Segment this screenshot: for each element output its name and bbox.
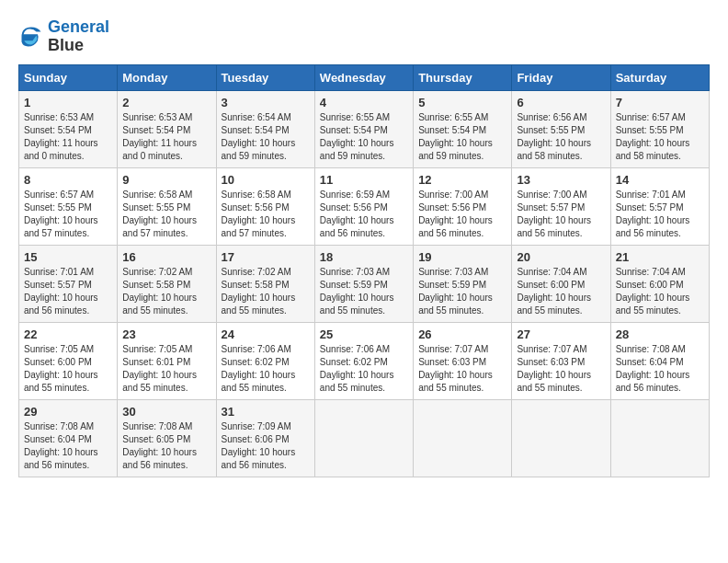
day-info: Sunrise: 7:08 AM Sunset: 6:04 PM Dayligh… [24, 420, 112, 472]
day-info: Sunrise: 7:04 AM Sunset: 6:00 PM Dayligh… [616, 266, 704, 317]
day-number: 25 [320, 327, 408, 341]
calendar-cell: 6 Sunrise: 6:56 AM Sunset: 5:55 PM Dayli… [512, 90, 610, 167]
calendar-cell: 3 Sunrise: 6:54 AM Sunset: 5:54 PM Dayli… [216, 90, 314, 167]
weekday-header-thursday: Thursday [414, 64, 512, 90]
calendar-cell: 8 Sunrise: 6:57 AM Sunset: 5:55 PM Dayli… [19, 167, 118, 245]
calendar-cell: 30 Sunrise: 7:08 AM Sunset: 6:05 PM Dayl… [118, 399, 216, 477]
day-info: Sunrise: 6:58 AM Sunset: 5:56 PM Dayligh… [222, 189, 310, 240]
day-info: Sunrise: 7:04 AM Sunset: 6:00 PM Dayligh… [517, 266, 605, 317]
day-info: Sunrise: 6:54 AM Sunset: 5:54 PM Dayligh… [222, 111, 310, 163]
weekday-header-saturday: Saturday [610, 64, 709, 90]
day-number: 30 [122, 405, 210, 419]
day-info: Sunrise: 7:03 AM Sunset: 5:59 PM Dayligh… [320, 266, 408, 317]
day-info: Sunrise: 7:08 AM Sunset: 6:05 PM Dayligh… [122, 420, 210, 472]
day-number: 17 [222, 250, 310, 264]
calendar-cell: 29 Sunrise: 7:08 AM Sunset: 6:04 PM Dayl… [19, 399, 118, 477]
calendar-cell: 23 Sunrise: 7:05 AM Sunset: 6:01 PM Dayl… [118, 322, 216, 399]
logo-icon [18, 24, 44, 50]
day-info: Sunrise: 7:06 AM Sunset: 6:02 PM Dayligh… [222, 343, 310, 395]
weekday-header-tuesday: Tuesday [216, 64, 314, 90]
day-number: 2 [122, 96, 210, 109]
day-number: 12 [418, 173, 506, 187]
day-number: 27 [517, 327, 605, 341]
calendar-cell: 4 Sunrise: 6:55 AM Sunset: 5:54 PM Dayli… [314, 90, 413, 167]
calendar-cell [512, 399, 610, 477]
calendar-cell: 15 Sunrise: 7:01 AM Sunset: 5:57 PM Dayl… [19, 245, 118, 322]
calendar-cell: 14 Sunrise: 7:01 AM Sunset: 5:57 PM Dayl… [610, 167, 709, 245]
day-number: 5 [418, 96, 506, 109]
calendar-cell: 24 Sunrise: 7:06 AM Sunset: 6:02 PM Dayl… [216, 322, 314, 399]
day-info: Sunrise: 7:09 AM Sunset: 6:06 PM Dayligh… [222, 420, 310, 472]
day-info: Sunrise: 6:53 AM Sunset: 5:54 PM Dayligh… [122, 111, 210, 163]
calendar-cell: 20 Sunrise: 7:04 AM Sunset: 6:00 PM Dayl… [512, 245, 610, 322]
calendar-table: SundayMondayTuesdayWednesdayThursdayFrid… [18, 64, 710, 477]
calendar-cell: 11 Sunrise: 6:59 AM Sunset: 5:56 PM Dayl… [314, 167, 413, 245]
week-row-1: 1 Sunrise: 6:53 AM Sunset: 5:54 PM Dayli… [19, 90, 710, 167]
calendar-cell: 7 Sunrise: 6:57 AM Sunset: 5:55 PM Dayli… [610, 90, 709, 167]
day-info: Sunrise: 7:01 AM Sunset: 5:57 PM Dayligh… [24, 266, 112, 317]
day-info: Sunrise: 6:55 AM Sunset: 5:54 PM Dayligh… [418, 111, 506, 163]
day-number: 9 [122, 173, 210, 187]
weekday-header-sunday: Sunday [19, 64, 118, 90]
day-number: 4 [320, 96, 408, 109]
day-number: 1 [24, 96, 112, 109]
calendar-cell [414, 399, 512, 477]
calendar-cell: 27 Sunrise: 7:07 AM Sunset: 6:03 PM Dayl… [512, 322, 610, 399]
day-info: Sunrise: 7:08 AM Sunset: 6:04 PM Dayligh… [616, 343, 704, 395]
day-number: 6 [517, 96, 605, 109]
day-info: Sunrise: 7:05 AM Sunset: 6:00 PM Dayligh… [24, 343, 112, 395]
calendar-cell [610, 399, 709, 477]
logo: General Blue [18, 18, 109, 55]
day-number: 18 [320, 250, 408, 264]
calendar-cell: 21 Sunrise: 7:04 AM Sunset: 6:00 PM Dayl… [610, 245, 709, 322]
day-number: 23 [122, 327, 210, 341]
day-number: 3 [222, 96, 310, 109]
week-row-5: 29 Sunrise: 7:08 AM Sunset: 6:04 PM Dayl… [19, 399, 710, 477]
calendar-cell: 16 Sunrise: 7:02 AM Sunset: 5:58 PM Dayl… [118, 245, 216, 322]
calendar-cell: 22 Sunrise: 7:05 AM Sunset: 6:00 PM Dayl… [19, 322, 118, 399]
week-row-3: 15 Sunrise: 7:01 AM Sunset: 5:57 PM Dayl… [19, 245, 710, 322]
calendar-cell: 19 Sunrise: 7:03 AM Sunset: 5:59 PM Dayl… [414, 245, 512, 322]
day-info: Sunrise: 7:07 AM Sunset: 6:03 PM Dayligh… [418, 343, 506, 395]
day-number: 7 [616, 96, 704, 109]
day-info: Sunrise: 7:00 AM Sunset: 5:56 PM Dayligh… [418, 189, 506, 240]
day-info: Sunrise: 6:56 AM Sunset: 5:55 PM Dayligh… [517, 111, 605, 163]
calendar-cell: 18 Sunrise: 7:03 AM Sunset: 5:59 PM Dayl… [314, 245, 413, 322]
day-number: 24 [222, 327, 310, 341]
day-number: 19 [418, 250, 506, 264]
day-number: 20 [517, 250, 605, 264]
day-number: 22 [24, 327, 112, 341]
calendar-cell: 10 Sunrise: 6:58 AM Sunset: 5:56 PM Dayl… [216, 167, 314, 245]
day-info: Sunrise: 7:00 AM Sunset: 5:57 PM Dayligh… [517, 189, 605, 240]
calendar-cell: 1 Sunrise: 6:53 AM Sunset: 5:54 PM Dayli… [19, 90, 118, 167]
day-info: Sunrise: 7:02 AM Sunset: 5:58 PM Dayligh… [122, 266, 210, 317]
weekday-header-row: SundayMondayTuesdayWednesdayThursdayFrid… [19, 64, 710, 90]
day-info: Sunrise: 6:53 AM Sunset: 5:54 PM Dayligh… [24, 111, 112, 163]
weekday-header-monday: Monday [118, 64, 216, 90]
day-number: 16 [122, 250, 210, 264]
calendar-cell: 25 Sunrise: 7:06 AM Sunset: 6:02 PM Dayl… [314, 322, 413, 399]
week-row-2: 8 Sunrise: 6:57 AM Sunset: 5:55 PM Dayli… [19, 167, 710, 245]
day-number: 13 [517, 173, 605, 187]
day-number: 21 [616, 250, 704, 264]
day-number: 14 [616, 173, 704, 187]
day-info: Sunrise: 6:55 AM Sunset: 5:54 PM Dayligh… [320, 111, 408, 163]
calendar-cell: 31 Sunrise: 7:09 AM Sunset: 6:06 PM Dayl… [216, 399, 314, 477]
day-number: 29 [24, 405, 112, 419]
calendar-cell: 12 Sunrise: 7:00 AM Sunset: 5:56 PM Dayl… [414, 167, 512, 245]
calendar-cell: 28 Sunrise: 7:08 AM Sunset: 6:04 PM Dayl… [610, 322, 709, 399]
logo-text: General Blue [48, 18, 109, 55]
day-number: 28 [616, 327, 704, 341]
day-number: 15 [24, 250, 112, 264]
weekday-header-friday: Friday [512, 64, 610, 90]
day-info: Sunrise: 6:58 AM Sunset: 5:55 PM Dayligh… [122, 189, 210, 240]
day-info: Sunrise: 7:07 AM Sunset: 6:03 PM Dayligh… [517, 343, 605, 395]
calendar-cell: 5 Sunrise: 6:55 AM Sunset: 5:54 PM Dayli… [414, 90, 512, 167]
day-number: 26 [418, 327, 506, 341]
day-info: Sunrise: 7:06 AM Sunset: 6:02 PM Dayligh… [320, 343, 408, 395]
week-row-4: 22 Sunrise: 7:05 AM Sunset: 6:00 PM Dayl… [19, 322, 710, 399]
day-info: Sunrise: 7:03 AM Sunset: 5:59 PM Dayligh… [418, 266, 506, 317]
calendar-cell: 2 Sunrise: 6:53 AM Sunset: 5:54 PM Dayli… [118, 90, 216, 167]
day-info: Sunrise: 6:59 AM Sunset: 5:56 PM Dayligh… [320, 189, 408, 240]
calendar-cell: 9 Sunrise: 6:58 AM Sunset: 5:55 PM Dayli… [118, 167, 216, 245]
